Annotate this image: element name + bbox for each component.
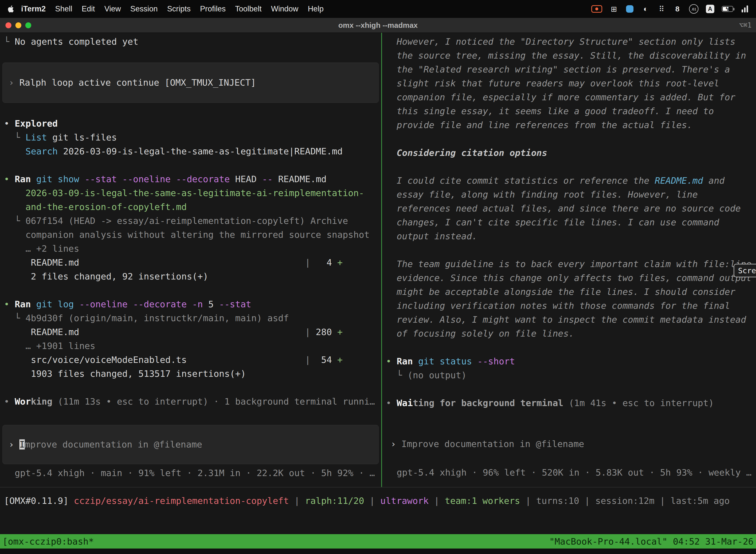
- text-segment: |: [79, 258, 316, 268]
- text-segment: README.md: [655, 175, 703, 186]
- key-8-icon[interactable]: 8: [673, 4, 682, 14]
- text-segment: and-the-erosion-of-copyleft.md: [4, 202, 187, 212]
- menu-item-help[interactable]: Help: [303, 4, 328, 13]
- ran-git-show: • Ran git show --stat --oneline --decora…: [4, 172, 381, 186]
- menu-item-session[interactable]: Session: [126, 4, 162, 13]
- reasoning-p2: changes, I can't cite specific file line…: [386, 215, 756, 229]
- text-segment: +: [337, 355, 343, 365]
- text-segment: the "Related research writing" section i…: [386, 64, 730, 74]
- text-segment: README.md: [278, 174, 326, 184]
- text-segment: |: [79, 327, 316, 337]
- text-segment: --stat: [219, 299, 251, 309]
- working-status: • Working (11m 13s • esc to interrupt) ·…: [4, 395, 381, 408]
- text-segment: essay file, along with finding root file…: [386, 189, 698, 200]
- dots-grid-icon[interactable]: ⠿: [657, 4, 666, 14]
- menu-item-shell[interactable]: Shell: [50, 4, 77, 13]
- text-segment: ultrawork: [380, 496, 429, 506]
- input-source-glyph: A: [706, 5, 714, 13]
- git-log-commit: └ 4b9d30f (origin/main, instructkr/main,…: [4, 311, 381, 325]
- text-segment: I could cite commit statistics or refere…: [386, 175, 655, 186]
- git-show-commit-2: companion analysis without altering the …: [4, 228, 381, 242]
- terminal-pane-left[interactable]: └ No agents completed yet› Ralph loop ac…: [0, 33, 381, 487]
- reasoning-p1: companion file, especially if more comme…: [386, 90, 756, 104]
- text-segment: └: [4, 132, 25, 143]
- apple-logo-svg: [7, 5, 14, 13]
- window-title-bar[interactable]: omx --xhigh --madmax ⌥⌘1: [0, 18, 756, 33]
- blue-app-icon[interactable]: [626, 4, 634, 14]
- text-segment: 2026-03-09-is-legal-the-same-as-legitima…: [58, 146, 343, 156]
- menubar-status-icons: ⊞ ◐ ⠿ 8 .61 A ϟ: [591, 4, 749, 14]
- text-segment: Ran: [397, 356, 418, 366]
- text-segment: 1903 files changed, 513517 insertions(+): [4, 369, 246, 379]
- text-segment: •: [4, 299, 15, 309]
- text-segment: --: [262, 174, 278, 184]
- battery-monitor-icon[interactable]: .61: [689, 4, 698, 14]
- signal-bars-icon[interactable]: [741, 4, 749, 14]
- menu-item-profiles[interactable]: Profiles: [195, 4, 230, 13]
- blank-line: [4, 158, 381, 172]
- text-segment: [OMX#0.11.9]: [4, 496, 74, 506]
- text-segment: --oneline --decorate -n: [79, 299, 208, 309]
- menu-item-iterm2[interactable]: iTerm2: [16, 4, 50, 13]
- reasoning-p3: of focusing solely on file lines.: [386, 327, 756, 340]
- grid-icon[interactable]: ⊞: [610, 4, 618, 14]
- git-show-file-1: 2026-03-09-is-legal-the-same-as-legitima…: [4, 186, 381, 200]
- menu-item-window[interactable]: Window: [266, 4, 303, 13]
- text-segment: of focusing solely on file lines.: [386, 328, 574, 339]
- reasoning-p1: provide file and line references from th…: [386, 118, 756, 132]
- text-segment: Improve documentation in @filename: [401, 439, 584, 449]
- waiting-status: • Waiting for background terminal (1m 41…: [386, 396, 756, 410]
- text-segment: git log: [36, 299, 79, 309]
- input-source-icon[interactable]: A: [706, 4, 714, 14]
- text-segment: (1m 41s • esc to interrupt): [569, 398, 714, 408]
- tmux-status-bar: [omx-cczip0:bash* "MacBook-Pro-44.local"…: [0, 534, 756, 549]
- explored-header: • Explored: [4, 117, 381, 130]
- text-segment: ralph:11/20: [305, 496, 364, 506]
- text-segment: and: [703, 175, 725, 186]
- terminal-pane-right[interactable]: Scre However, I noticed the "Directory S…: [382, 33, 756, 487]
- text-segment: Wor: [15, 396, 31, 406]
- text-segment: No agents completed yet: [15, 37, 138, 47]
- text-segment: |: [289, 496, 305, 506]
- git-status-output: └ (no output): [386, 368, 756, 382]
- prompt-input-left[interactable]: › Improve documentation in @filename: [2, 425, 379, 464]
- apple-menu-icon[interactable]: [7, 5, 14, 13]
- reasoning-p3: The team guideline is to back every impo…: [386, 257, 756, 271]
- reasoning-p3: review. Also, I might want to inspect th…: [386, 313, 756, 327]
- text-segment: •: [386, 356, 397, 366]
- agents-status-line: └ No agents completed yet: [4, 35, 381, 49]
- menu-item-scripts[interactable]: Scripts: [163, 4, 195, 13]
- text-segment: … +2 lines: [4, 243, 79, 254]
- dark-app-icon[interactable]: ◐: [641, 4, 650, 14]
- close-button[interactable]: [5, 22, 11, 28]
- reasoning-p1: slight risk that future readers may over…: [386, 76, 756, 90]
- text-segment: However, I noticed the "Directory Struct…: [386, 37, 736, 47]
- text-segment: •: [4, 118, 15, 128]
- text-segment: the source tree, missing the essay. Stil…: [386, 50, 746, 61]
- text-segment: 54: [316, 355, 337, 365]
- menu-item-toolbelt[interactable]: Toolbelt: [231, 4, 266, 13]
- text-segment: cczip/essay/ai-reimplementation-copyleft: [74, 496, 289, 506]
- menu-items-holder: ShellEditViewSessionScriptsProfilesToolb…: [50, 4, 328, 13]
- screenshot-toast: Scre: [734, 264, 756, 277]
- text-segment: might be acceptable alongside the file l…: [386, 287, 736, 297]
- reasoning-p3: including verification notes with those …: [386, 299, 756, 313]
- text-segment: 2 files changed, 92 insertions(+): [4, 271, 208, 281]
- text-segment: output instead.: [386, 231, 477, 241]
- text-segment: | turns:10 | session:12m | last:5m ago: [520, 496, 730, 506]
- git-show-commit: └ 067f154 (HEAD -> essay/ai-reimplementa…: [4, 214, 381, 228]
- bottom-strip: [0, 549, 756, 554]
- battery-icon[interactable]: ϟ: [722, 4, 733, 14]
- menu-item-edit[interactable]: Edit: [77, 4, 100, 13]
- text-segment: 280: [316, 327, 337, 337]
- text-segment: companion file, especially if more comme…: [386, 92, 736, 102]
- text-segment: README.md: [4, 258, 79, 268]
- prompt-input-right[interactable]: › Improve documentation in @filename: [384, 425, 754, 464]
- screen-recording-indicator-icon[interactable]: [591, 5, 602, 13]
- minimize-button[interactable]: [15, 22, 21, 28]
- ran-git-log: • Ran git log --oneline --decorate -n 5 …: [4, 297, 381, 311]
- text-segment: team:1 workers: [445, 496, 520, 506]
- zoom-button[interactable]: [25, 22, 31, 28]
- menu-item-view[interactable]: View: [100, 4, 126, 13]
- reasoning-p1: the source tree, missing the essay. Stil…: [386, 49, 756, 63]
